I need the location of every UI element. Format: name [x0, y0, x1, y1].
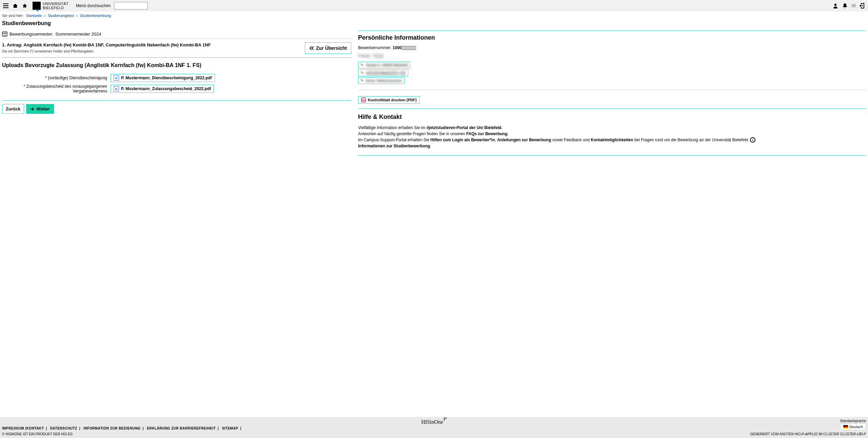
next-button-label: Weiter — [36, 106, 50, 111]
semester-value: Sommersemester 2024 — [55, 32, 101, 37]
breadcrumb-item-1[interactable]: Studienangebot — [48, 14, 74, 18]
link-login-help[interactable]: Hilfen zum Login als Bewerber*in — [430, 138, 495, 142]
upload-label-0: * (vorläufige) Dienstbescheinigung — [2, 76, 111, 80]
topbar: UNIVERSITÄT BIELEFELD Menü durchsuchen 3… — [0, 0, 868, 12]
content-layout: 12 Bewerbungssemester: Sommersemester 20… — [0, 29, 868, 160]
svg-text:PDF: PDF — [362, 99, 365, 101]
star-icon[interactable] — [22, 3, 28, 9]
link-jetztstudieren[interactable]: #jetztstudieren-Portal der Uni Bielefeld — [427, 125, 501, 130]
logout-icon[interactable] — [859, 3, 865, 9]
help-text: Vielfältige Information erhalten Sie im … — [358, 125, 866, 149]
svg-point-0 — [834, 4, 836, 6]
remove-file-button[interactable]: × — [114, 75, 119, 81]
breadcrumb-item-0[interactable]: Startseite — [26, 14, 42, 18]
search-label: Menü durchsuchen — [76, 3, 111, 8]
edit-email-button[interactable]: ✎ a▒▒▒▒▒@g▒▒▒▒.c▒▒ — [358, 69, 408, 76]
bell-icon[interactable] — [842, 3, 848, 9]
uploads-area: * (vorläufige) Dienstbescheinigung × P. … — [2, 74, 351, 101]
breadcrumb-item-2[interactable]: Studienbewerbung — [80, 14, 111, 18]
applicant-name: Fokian, T▒▒▒ — [358, 54, 866, 58]
file-link-1[interactable]: P. Mustermann_Zulassungsbescheid_2022.pd… — [121, 86, 211, 91]
semester-row: 12 Bewerbungssemester: Sommersemester 20… — [2, 29, 351, 39]
pencil-icon: ✎ — [360, 63, 364, 67]
chevron-right-icon: › — [76, 14, 78, 18]
divider — [358, 108, 866, 109]
info-icon[interactable]: i — [750, 137, 755, 143]
divider — [358, 155, 866, 155]
back-button[interactable]: Zurück — [2, 104, 24, 114]
nav-buttons: Zurück Weiter — [2, 101, 351, 117]
upload-row: * (vorläufige) Dienstbescheinigung × P. … — [2, 74, 351, 82]
edit-phone-button[interactable]: ✎ Keine Telefonnummer — [358, 77, 405, 84]
double-chevron-left-icon — [309, 46, 314, 50]
applicant-number: Bewerbernummer: 1000▒▒▒▒▒ — [358, 45, 866, 50]
application-header-row: 1. Antrag: Anglistik Kernfach (fw) Kombi… — [2, 41, 351, 58]
next-button[interactable]: Weiter — [26, 104, 54, 114]
upload-label-1: * Zulassungsbescheid des vorausgegangene… — [2, 84, 111, 93]
personal-info-heading: Persönliche Informationen — [358, 34, 866, 41]
breadcrumb-label: Sie sind hier: — [2, 14, 24, 18]
overview-button-label: Zur Übersicht — [316, 45, 347, 51]
arrow-right-icon — [30, 107, 34, 111]
pdf-icon: PDF — [361, 98, 366, 102]
file-link-0[interactable]: P. Mustermann_Dienstbescheinigung_2022.p… — [121, 76, 212, 80]
calendar-icon: 12 — [2, 31, 7, 37]
semester-label: Bewerbungssemester: — [9, 32, 53, 37]
logo-text: UNIVERSITÄT BIELEFELD — [43, 2, 68, 10]
upload-chip: × P. Mustermann_Zulassungsbescheid_2022.… — [111, 85, 214, 93]
menu-icon[interactable] — [3, 3, 9, 9]
breadcrumb: Sie sind hier: Startseite › Studienangeb… — [0, 12, 868, 20]
help-contact-heading: Hilfe & Kontakt — [358, 113, 866, 121]
remove-file-button[interactable]: × — [114, 86, 119, 91]
link-contact[interactable]: Kontaktmöglichkeiten — [591, 138, 633, 142]
required-fields-note: Die mit Sternchen (*) versehenen Felder … — [2, 49, 305, 53]
notification-count: 30 — [851, 3, 856, 8]
application-title: 1. Antrag: Anglistik Kernfach (fw) Kombi… — [2, 42, 305, 47]
logo[interactable]: UNIVERSITÄT BIELEFELD — [33, 2, 68, 10]
chevron-right-icon: › — [44, 14, 45, 18]
user-icon[interactable] — [832, 3, 839, 9]
topbar-right: 30 — [832, 3, 865, 9]
main-column: 12 Bewerbungssemester: Sommersemester 20… — [2, 29, 351, 117]
section-heading: Uploads Bevorzugte Zulassung (Anglistik … — [2, 58, 351, 72]
overview-button[interactable]: Zur Übersicht — [305, 42, 351, 54]
page-title: Studienbewerbung — [0, 20, 868, 29]
edit-address-button[interactable]: ✎ Straße 0, 00000 Bielefeld — [358, 62, 410, 68]
topbar-left: UNIVERSITÄT BIELEFELD Menü durchsuchen — [3, 2, 148, 10]
svg-text:12: 12 — [3, 34, 6, 36]
link-instructions[interactable]: Anleitungen zur Bewerbung — [497, 138, 551, 142]
upload-row: * Zulassungsbescheid des vorausgegangene… — [2, 84, 351, 93]
print-control-sheet-label: Kontrollblatt drucken [PDF] — [368, 98, 417, 102]
logo-mark-icon — [33, 2, 41, 10]
upload-chip: × P. Mustermann_Dienstbescheinigung_2022… — [111, 74, 215, 82]
pencil-icon: ✎ — [360, 70, 364, 75]
divider — [358, 30, 866, 31]
search-input[interactable] — [114, 2, 148, 9]
sidebar: Persönliche Informationen Bewerbernummer… — [358, 29, 866, 160]
divider — [358, 90, 866, 90]
home-icon[interactable] — [12, 3, 18, 9]
link-app-info[interactable]: Informationen zur Studienbewerbung — [358, 144, 430, 148]
pencil-icon: ✎ — [360, 78, 364, 83]
link-faq[interactable]: FAQs zur Bewerbung — [466, 131, 507, 136]
application-header-left: 1. Antrag: Anglistik Kernfach (fw) Kombi… — [2, 42, 305, 53]
print-control-sheet-button[interactable]: PDF Kontrollblatt drucken [PDF] — [358, 96, 420, 104]
